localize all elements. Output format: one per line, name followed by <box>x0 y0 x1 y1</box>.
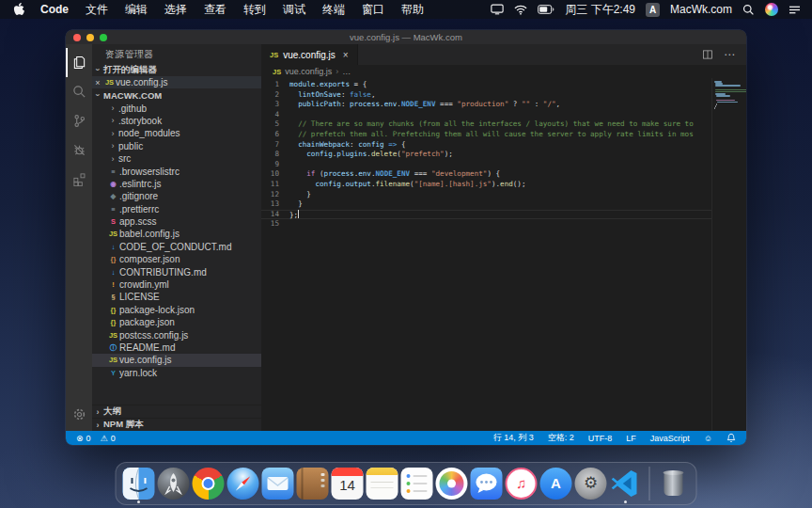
code-text: }; <box>289 210 299 220</box>
extensions-icon[interactable] <box>66 165 92 194</box>
dock-app-store[interactable]: A <box>540 468 572 500</box>
folder-item[interactable]: ›.storybook <box>92 115 261 127</box>
dock-contacts[interactable] <box>297 468 329 500</box>
menu-item[interactable]: 选择 <box>156 2 195 18</box>
dock-safari[interactable] <box>227 468 259 500</box>
minimap[interactable] <box>711 78 746 431</box>
split-editor-icon[interactable] <box>702 49 713 60</box>
dock-finder[interactable] <box>123 468 155 500</box>
code-lines: 1module.exports = {2 lintOnSave: false,3… <box>261 80 746 230</box>
spotlight-search-icon[interactable] <box>742 4 755 16</box>
dock-calendar[interactable]: 14 <box>332 468 364 500</box>
menubar-clock[interactable]: 周三 下午2:49 <box>565 2 635 18</box>
status-cursor-position[interactable]: 行 14, 列 3 <box>491 432 537 444</box>
file-item[interactable]: Yyarn.lock <box>92 367 261 379</box>
dock-trash[interactable] <box>658 468 690 500</box>
zoom-window-button[interactable] <box>100 34 107 41</box>
menu-item[interactable]: 文件 <box>77 2 117 18</box>
menu-item[interactable]: 调试 <box>274 2 314 18</box>
tab-vue-config[interactable]: JS vue.config.js × <box>261 44 358 65</box>
window-titlebar[interactable]: vue.config.js — MacWk.com <box>66 30 746 44</box>
chevron-right-icon: › <box>92 407 103 417</box>
dock-reminders[interactable] <box>401 468 433 500</box>
file-item[interactable]: JSpostcss.config.js <box>92 328 261 341</box>
folder-item[interactable]: ›node_modules <box>92 127 261 139</box>
dock-chrome[interactable] <box>193 468 225 500</box>
menu-item[interactable]: 查看 <box>195 2 235 18</box>
folder-item[interactable]: ›.github <box>92 102 261 114</box>
dock-messages[interactable] <box>471 468 503 500</box>
feedback-smiley-icon[interactable]: ☺ <box>701 434 715 443</box>
dock-system-preferences[interactable]: ⚙ <box>575 468 607 500</box>
file-item[interactable]: {}package.json <box>92 316 261 328</box>
battery-icon[interactable] <box>538 5 554 14</box>
folder-item[interactable]: ›public <box>92 140 261 152</box>
siri-icon[interactable] <box>765 3 778 16</box>
dock-music[interactable]: ♫ <box>506 468 538 500</box>
file-item[interactable]: ≡.browserslistrc <box>92 165 261 177</box>
file-item[interactable]: !crowdin.yml <box>92 278 261 291</box>
open-editors-section[interactable]: › 打开的编辑器 <box>92 63 261 76</box>
more-actions-icon[interactable]: ⋯ <box>724 48 736 61</box>
problems-errors[interactable]: ⊗ 0 <box>73 434 94 443</box>
js-file-icon: JS <box>103 78 116 87</box>
settings-gear-icon[interactable] <box>66 400 92 429</box>
display-icon[interactable] <box>491 4 504 15</box>
code-line: 6 // prefetch them all. Prefetching them… <box>261 130 746 140</box>
dock-launchpad[interactable] <box>158 468 190 500</box>
apple-menu[interactable] <box>11 3 32 16</box>
debug-icon[interactable] <box>66 135 92 165</box>
file-item[interactable]: Sapp.scss <box>92 215 261 228</box>
dock-photos[interactable] <box>436 468 468 500</box>
close-icon[interactable]: × <box>92 78 103 87</box>
dock-calendar-day: 14 <box>332 477 364 493</box>
code-editor[interactable]: 1module.exports = {2 lintOnSave: false,3… <box>261 78 746 431</box>
menu-app-name[interactable]: Code <box>32 3 77 16</box>
file-item[interactable]: JSvue.config.js <box>92 354 261 366</box>
file-item[interactable]: JSbabel.config.js <box>92 228 261 240</box>
file-item[interactable]: ↓CODE_OF_CONDUCT.md <box>92 241 261 253</box>
menu-item[interactable]: 终端 <box>314 2 353 18</box>
menu-item[interactable]: 帮助 <box>393 2 432 18</box>
file-item[interactable]: ↓CONTRIBUTING.md <box>92 265 261 278</box>
menu-item[interactable]: 转到 <box>235 2 274 18</box>
open-editor-item[interactable]: × JS vue.config.js <box>92 76 261 88</box>
problems-warnings[interactable]: ⚠ 0 <box>98 434 118 443</box>
file-item[interactable]: {}composer.json <box>92 253 261 265</box>
wifi-icon[interactable] <box>514 5 527 15</box>
folder-item[interactable]: ›src <box>92 152 261 165</box>
input-method-icon[interactable]: A <box>646 3 660 17</box>
file-item[interactable]: ◉.eslintrc.js <box>92 178 261 190</box>
file-item[interactable]: ◆.gitignore <box>92 190 261 202</box>
status-language-mode[interactable]: JavaScript <box>648 434 693 443</box>
menu-item[interactable]: 编辑 <box>117 2 156 18</box>
notification-center-icon[interactable] <box>789 5 801 15</box>
source-control-icon[interactable] <box>66 106 92 135</box>
explorer-icon[interactable] <box>66 48 92 77</box>
dock-mail[interactable] <box>262 468 294 500</box>
npm-scripts-section[interactable]: › NPM 脚本 <box>92 418 261 431</box>
breadcrumb[interactable]: JS vue.config.js › … <box>261 65 746 78</box>
file-item[interactable]: ≡.prettierrc <box>92 203 261 215</box>
tab-close-icon[interactable]: × <box>343 50 349 60</box>
line-number: 15 <box>261 219 289 230</box>
file-item[interactable]: ⓘREADME.md <box>92 341 261 354</box>
notifications-bell-icon[interactable] <box>724 433 739 443</box>
minimize-window-button[interactable] <box>86 34 94 41</box>
project-section-header[interactable]: › MACWK.COM <box>92 88 261 102</box>
status-eol[interactable]: LF <box>623 434 639 443</box>
status-indentation[interactable]: 空格: 2 <box>545 432 577 444</box>
search-icon[interactable] <box>66 77 92 106</box>
file-item[interactable]: {}package-lock.json <box>92 304 261 316</box>
js-file-icon: JS <box>273 68 281 76</box>
item-label: LICENSE <box>119 292 160 302</box>
menubar-status-text[interactable]: MacWk.com <box>670 3 732 16</box>
menu-item[interactable]: 窗口 <box>353 2 393 18</box>
dock-vscode[interactable] <box>610 468 642 500</box>
status-encoding[interactable]: UTF-8 <box>586 434 616 443</box>
item-label: babel.config.js <box>119 229 180 239</box>
close-window-button[interactable] <box>73 34 81 41</box>
dock-notes[interactable] <box>367 468 398 500</box>
file-item[interactable]: §LICENSE <box>92 291 261 303</box>
outline-section[interactable]: › 大纲 <box>92 405 261 418</box>
